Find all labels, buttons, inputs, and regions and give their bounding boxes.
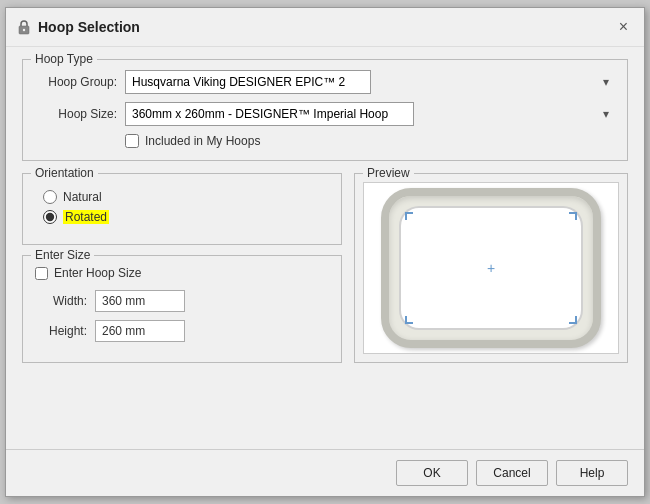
height-row: Height: — [35, 320, 329, 342]
hoop-group-row: Hoop Group: Husqvarna Viking DESIGNER EP… — [35, 70, 615, 94]
corner-tr — [569, 212, 577, 220]
enter-hoop-size-checkbox[interactable] — [35, 267, 48, 280]
preview-title: Preview — [363, 166, 414, 180]
width-input[interactable] — [95, 290, 185, 312]
radio-group: Natural Rotated — [33, 182, 331, 234]
title-bar-left: Hoop Selection — [16, 19, 140, 35]
close-button[interactable]: × — [613, 16, 634, 38]
hoop-type-section: Hoop Type Hoop Group: Husqvarna Viking D… — [22, 59, 628, 161]
left-panel: Orientation Natural Rotated En — [22, 173, 342, 363]
enter-hoop-size-row: Enter Hoop Size — [35, 266, 329, 280]
dialog-body: Hoop Type Hoop Group: Husqvarna Viking D… — [6, 47, 644, 449]
width-label: Width: — [35, 294, 95, 308]
rotated-radio-row[interactable]: Rotated — [43, 210, 321, 224]
enter-size-title: Enter Size — [31, 248, 94, 262]
hoop-outer: + — [381, 188, 601, 348]
lock-icon — [16, 19, 32, 35]
included-checkbox[interactable] — [125, 134, 139, 148]
ok-button[interactable]: OK — [396, 460, 468, 486]
lower-section: Orientation Natural Rotated En — [22, 173, 628, 363]
hoop-size-select[interactable]: 360mm x 260mm - DESIGNER™ Imperial Hoop — [125, 102, 414, 126]
included-label[interactable]: Included in My Hoops — [145, 134, 260, 148]
dialog-title: Hoop Selection — [38, 19, 140, 35]
svg-point-1 — [23, 29, 25, 31]
hoop-selection-dialog: Hoop Selection × Hoop Type Hoop Group: H… — [5, 7, 645, 497]
hoop-inner: + — [399, 206, 583, 330]
center-cross: + — [487, 261, 495, 275]
rotated-label[interactable]: Rotated — [63, 210, 109, 224]
preview-section: Preview + — [354, 173, 628, 363]
cancel-button[interactable]: Cancel — [476, 460, 548, 486]
natural-label[interactable]: Natural — [63, 190, 102, 204]
width-row: Width: — [35, 290, 329, 312]
enter-hoop-size-label[interactable]: Enter Hoop Size — [54, 266, 141, 280]
height-label: Height: — [35, 324, 95, 338]
hoop-group-select[interactable]: Husqvarna Viking DESIGNER EPIC™ 2 — [125, 70, 371, 94]
hoop-size-select-wrapper: 360mm x 260mm - DESIGNER™ Imperial Hoop — [125, 102, 615, 126]
hoop-size-row: Hoop Size: 360mm x 260mm - DESIGNER™ Imp… — [35, 102, 615, 126]
rotated-radio[interactable] — [43, 210, 57, 224]
included-checkbox-row: Included in My Hoops — [125, 134, 615, 148]
height-input[interactable] — [95, 320, 185, 342]
natural-radio-row[interactable]: Natural — [43, 190, 321, 204]
hoop-size-label: Hoop Size: — [35, 107, 125, 121]
enter-size-section: Enter Size Enter Hoop Size Width: Height… — [22, 255, 342, 363]
hoop-type-title: Hoop Type — [31, 52, 97, 66]
title-bar: Hoop Selection × — [6, 8, 644, 47]
preview-canvas: + — [363, 182, 619, 354]
hoop-group-select-wrapper: Husqvarna Viking DESIGNER EPIC™ 2 — [125, 70, 615, 94]
dialog-footer: OK Cancel Help — [6, 449, 644, 496]
right-panel: Preview + — [354, 173, 628, 363]
corner-br — [569, 316, 577, 324]
corner-tl — [405, 212, 413, 220]
help-button[interactable]: Help — [556, 460, 628, 486]
orientation-title: Orientation — [31, 166, 98, 180]
hoop-group-label: Hoop Group: — [35, 75, 125, 89]
corner-bl — [405, 316, 413, 324]
natural-radio[interactable] — [43, 190, 57, 204]
orientation-section: Orientation Natural Rotated — [22, 173, 342, 245]
